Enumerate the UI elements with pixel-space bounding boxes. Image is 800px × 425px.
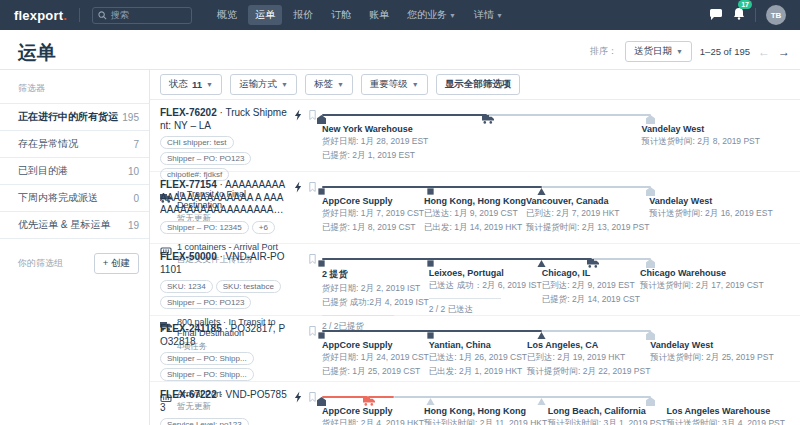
- priority-lightning-icon[interactable]: [294, 389, 304, 401]
- factory-icon: [426, 254, 436, 264]
- priority-lightning-icon[interactable]: [294, 323, 304, 335]
- shipment-timeline: [322, 392, 651, 404]
- shipment-id-link[interactable]: FLEX-67222 · VND-PO57853: [160, 389, 290, 414]
- sidebar-filter-label: 优先运单 & 星标运单: [18, 218, 110, 232]
- nav-divider: [755, 8, 756, 22]
- milestone-location: Chicago Warehouse: [640, 268, 764, 278]
- filter-dropdown-1[interactable]: 状态11▼: [160, 74, 222, 95]
- milestone-date: 已出发: 2月 1, 2019 HKT: [429, 366, 527, 378]
- milestone-location: Long Beach, California: [548, 406, 667, 416]
- logo-dot: .: [63, 8, 67, 23]
- warehouse-icon: [646, 182, 656, 192]
- truck-icon: [587, 254, 597, 264]
- timeline-segment: [592, 258, 651, 260]
- milestone-location: Vandelay West: [641, 124, 760, 134]
- shipment-tag: SKU: testabce: [216, 280, 281, 293]
- sidebar-filter-item-3[interactable]: 已到目的港 10: [0, 158, 149, 185]
- sidebar-filter-count: 7: [133, 139, 139, 150]
- nav-item-6[interactable]: 您的业务▼: [400, 5, 463, 25]
- milestone-date: 预计提货时间: 2月 22, 2019 PST: [527, 366, 650, 378]
- sidebar-filter-count: 10: [128, 166, 139, 177]
- nav-item-3[interactable]: 报价: [286, 5, 320, 25]
- shipment-list-panel: 状态11▼运输方式▼标签▼重要等级▼显示全部筛选项 FLEX-76202 · T…: [150, 70, 800, 425]
- milestone-column: New York Warehouse货好日期: 1月 28, 2019 EST已…: [322, 124, 428, 162]
- priority-lightning-icon[interactable]: [294, 251, 304, 263]
- shipment-tag: Shipper – PO: Shipp...: [160, 352, 254, 365]
- page-header: 运单 排序： 送货日期▼ 1–25 of 195 ← →: [0, 30, 800, 70]
- top-navbar: flexport. 搜索 概览运单报价订舱账单您的业务▼详情▼ 17 TB: [0, 0, 800, 30]
- milestone-date: 货好日期: 1月 28, 2019 EST: [322, 136, 428, 148]
- milestone-location: AppCore Supply: [322, 340, 429, 350]
- milestone-column: Vancouver, Canada已到达: 2月 7, 2019 HKT预计提货…: [526, 196, 649, 234]
- priority-lightning-icon[interactable]: [294, 107, 304, 119]
- filter-dropdown-2[interactable]: 运输方式▼: [230, 74, 297, 95]
- sidebar-filter-count: 195: [122, 112, 139, 123]
- warehouse-icon: [646, 326, 656, 336]
- sidebar-filter-count: 0: [133, 193, 139, 204]
- factory-icon: [317, 254, 327, 264]
- milestone-location: Los Angeles Warehouse: [666, 406, 785, 416]
- shipment-timeline: [322, 182, 651, 194]
- shipment-id-link[interactable]: FLEX-50000 · VND-AIR-PO1101: [160, 251, 290, 276]
- ship-icon: [426, 392, 436, 402]
- shipment-row[interactable]: FLEX-241185 · PO32817, PO32818 Shipper –…: [150, 316, 800, 382]
- sidebar-filter-label: 已到目的港: [18, 164, 68, 178]
- filter-dropdown-3[interactable]: 标签▼: [305, 74, 353, 95]
- nav-item-7[interactable]: 详情▼: [467, 5, 510, 25]
- milestone-date: 货好日期: 1月 24, 2019 CST: [322, 352, 429, 364]
- factory-icon: [426, 326, 436, 336]
- priority-lightning-icon[interactable]: [294, 179, 304, 191]
- milestone-column: Hong Kong, Hong Kong预计到达时间: 2月 11, 2019 …: [424, 406, 548, 425]
- shipment-row[interactable]: FLEX-77154 · AAAAAAAAAAAAAAAAAAAAAAA A A…: [150, 172, 800, 244]
- warehouse-icon: [646, 110, 656, 120]
- next-page-button[interactable]: →: [778, 45, 790, 59]
- chevron-down-icon: ▼: [449, 12, 456, 19]
- shipment-row[interactable]: FLEX-76202 · Truck Shipment: NY – LA CHI…: [150, 100, 800, 172]
- chevron-down-icon: ▼: [206, 81, 213, 88]
- avatar[interactable]: TB: [766, 5, 786, 25]
- shipment-rows: FLEX-76202 · Truck Shipment: NY – LA CHI…: [150, 100, 800, 425]
- sidebar-filter-item-2[interactable]: 存在异常情况 7: [0, 131, 149, 158]
- shipment-tag: Service Level: po123: [160, 418, 249, 425]
- nav-item-5[interactable]: 账单: [362, 5, 396, 25]
- search-input[interactable]: 搜索: [92, 7, 192, 24]
- create-filter-group-button[interactable]: + 创建: [94, 253, 139, 274]
- flexport-logo[interactable]: flexport.: [14, 8, 67, 23]
- shipment-tag: Shipper – PO: PO123: [160, 152, 251, 165]
- sidebar-filter-count: 19: [128, 220, 139, 231]
- chat-icon[interactable]: [709, 9, 723, 21]
- shipment-timeline: [322, 110, 651, 122]
- search-icon: [98, 11, 107, 20]
- filters-label: 筛选器: [18, 82, 149, 95]
- shipment-tag: +6: [252, 221, 275, 234]
- nav-item-1[interactable]: 概览: [210, 5, 244, 25]
- nav-item-2[interactable]: 运单: [248, 5, 282, 25]
- shipment-row[interactable]: FLEX-67222 · VND-PO57853 Service Level: …: [150, 382, 800, 425]
- milestone-column: Vandelay West预计送货时间: 2月 16, 2019 EST: [649, 196, 772, 234]
- milestone-date: 预计送货时间: 3月 4, 2019 PST: [666, 418, 785, 425]
- shipment-row[interactable]: FLEX-50000 · VND-AIR-PO1101 SKU: 1234SKU…: [150, 244, 800, 316]
- filter-dropdown-4[interactable]: 重要等级▼: [361, 74, 428, 95]
- shipment-timeline: [322, 254, 651, 266]
- show-all-filters-button[interactable]: 显示全部筛选项: [436, 74, 521, 95]
- shipment-id-link[interactable]: FLEX-76202 · Truck Shipment: NY – LA: [160, 107, 290, 132]
- ship-icon: [537, 392, 547, 402]
- sidebar-filter-item-5[interactable]: 优先运单 & 星标运单 19: [0, 212, 149, 239]
- milestone-date: 已送达 成功：2月 6, 2019 IST: [429, 280, 542, 292]
- shipment-id-link[interactable]: FLEX-77154 · AAAAAAAAAAAAAAAAAAAAAAA A A…: [160, 179, 290, 217]
- milestone-location: Leixoes, Portugal: [429, 268, 542, 278]
- milestone-date: 已提货: 2月 1, 2019 EST: [322, 150, 428, 162]
- prev-page-button[interactable]: ←: [758, 45, 770, 59]
- sidebar-filter-item-1[interactable]: 正在进行中的所有货运 195: [0, 104, 149, 131]
- sidebar-filter-label: 存在异常情况: [18, 137, 78, 151]
- nav-item-4[interactable]: 订舱: [324, 5, 358, 25]
- chevron-down-icon: ▼: [281, 81, 288, 88]
- timeline-segment: [322, 396, 368, 398]
- milestone-date: 货好日期: 2月 4, 2019 HKT: [322, 418, 424, 425]
- milestone-column: Vandelay West预计送货时间: 2月 25, 2019 PST: [650, 340, 773, 378]
- sidebar-filter-item-4[interactable]: 下周内将完成派送 0: [0, 185, 149, 212]
- truck-icon: [363, 392, 373, 402]
- milestone-location: AppCore Supply: [322, 406, 424, 416]
- shipment-id-link[interactable]: FLEX-241185 · PO32817, PO32818: [160, 323, 290, 348]
- sort-dropdown[interactable]: 送货日期▼: [625, 41, 692, 62]
